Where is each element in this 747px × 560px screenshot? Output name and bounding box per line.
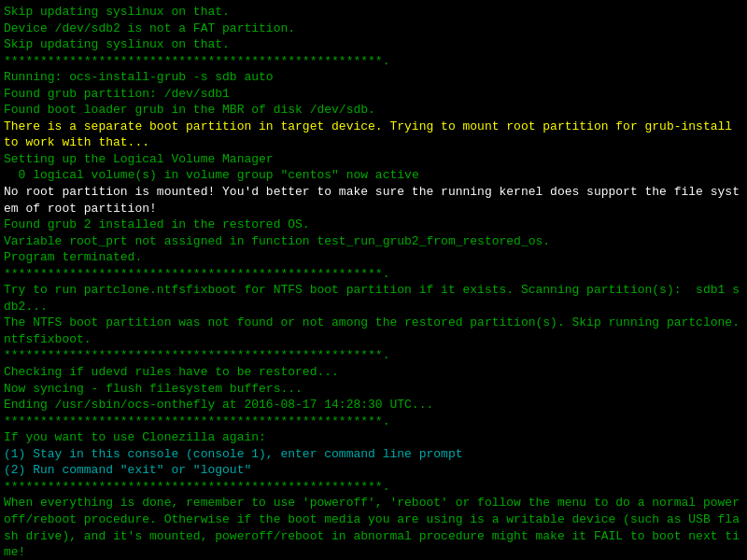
terminal-line: ****************************************… bbox=[4, 479, 743, 496]
terminal-line: There is a separate boot partition in ta… bbox=[4, 119, 743, 151]
terminal-line: Variable root_prt not assigned in functi… bbox=[4, 233, 743, 250]
terminal-line: (2) Run command "exit" or "logout" bbox=[4, 462, 743, 479]
terminal-line: ****************************************… bbox=[4, 413, 743, 430]
terminal-line: Program terminated. bbox=[4, 249, 743, 266]
terminal-line: 0 logical volume(s) in volume group "cen… bbox=[4, 167, 743, 184]
terminal-line: The NTFS boot partition was not found or… bbox=[4, 315, 743, 347]
terminal-line: Checking if udevd rules have to be resto… bbox=[4, 364, 743, 381]
terminal-line: ****************************************… bbox=[4, 347, 743, 364]
terminal-line: Skip updating syslinux on that. bbox=[4, 36, 743, 53]
terminal-line: ****************************************… bbox=[4, 53, 743, 70]
terminal-line: Found grub 2 installed in the restored O… bbox=[4, 217, 743, 233]
terminal-line: ****************************************… bbox=[4, 266, 743, 283]
terminal-line: Setting up the Logical Volume Manager bbox=[4, 151, 743, 168]
terminal-line: Try to run partclone.ntfsfixboot for NTF… bbox=[4, 282, 743, 315]
terminal-line: (1) Stay in this console (console 1), en… bbox=[4, 446, 743, 463]
terminal-line: When everything is done, remember to use… bbox=[4, 495, 743, 556]
terminal-line: Ending /usr/sbin/ocs-onthefly at 2016-08… bbox=[4, 397, 743, 413]
terminal-line: Running: ocs-install-grub -s sdb auto bbox=[4, 69, 743, 86]
terminal-output: Skip updating syslinux on that.Device /d… bbox=[4, 4, 743, 556]
terminal-line: Device /dev/sdb2 is not a FAT partition. bbox=[4, 21, 743, 37]
terminal-line: Found boot loader grub in the MBR of dis… bbox=[4, 102, 743, 119]
terminal-line: No root partition is mounted! You'd bett… bbox=[4, 184, 743, 217]
terminal-line: Now syncing - flush filesystem buffers..… bbox=[4, 381, 743, 398]
terminal-line: Skip updating syslinux on that. bbox=[4, 4, 743, 21]
terminal-line: If you want to use Clonezilla again: bbox=[4, 429, 743, 446]
terminal-line: Found grub partition: /dev/sdb1 bbox=[4, 86, 743, 103]
